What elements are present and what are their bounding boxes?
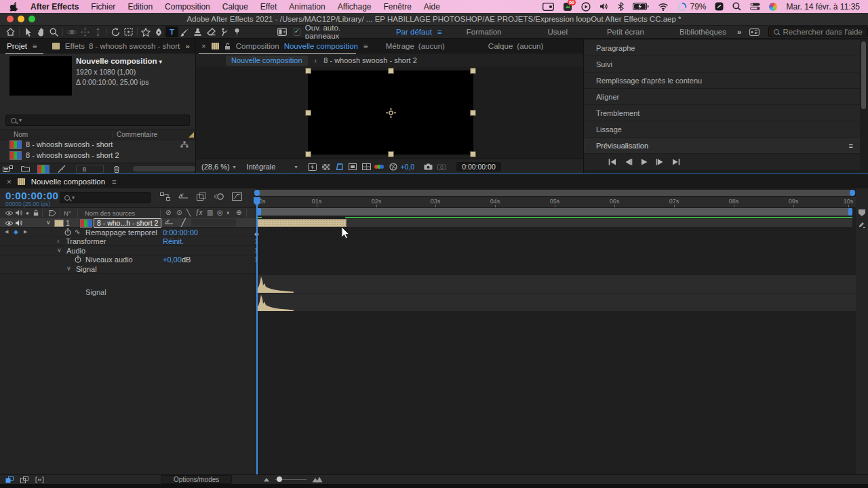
- zoom-tool[interactable]: [47, 26, 60, 37]
- workspace-menu-icon[interactable]: ≡: [437, 28, 442, 36]
- auto-open-panels-checkbox[interactable]: ✓: [294, 28, 300, 36]
- menu-effet[interactable]: Effet: [254, 2, 283, 12]
- roto-brush-tool[interactable]: [218, 26, 231, 37]
- help-search-input[interactable]: Rechercher dans l'aide: [768, 26, 868, 37]
- panel-aligner[interactable]: Aligner: [584, 89, 860, 104]
- app-badge-icon[interactable]: 60: [563, 2, 572, 12]
- breadcrumb-parent[interactable]: 8 - whoosh swoosh - short 2: [323, 56, 417, 64]
- selection-tool[interactable]: [22, 26, 35, 37]
- property-row-time-remap[interactable]: ◀ ◆ ▶ ∿ Remappage temporel 0:00:00:00: [0, 228, 256, 237]
- menu-animation[interactable]: Animation: [283, 2, 331, 12]
- property-name[interactable]: Audio: [66, 247, 85, 255]
- zoom-out-mountain-icon[interactable]: [263, 477, 270, 482]
- collapse-switch-icon[interactable]: ⊙: [176, 209, 182, 216]
- audio-on-icon[interactable]: [15, 220, 23, 226]
- transparency-grid-icon[interactable]: [319, 164, 332, 170]
- layer-row[interactable]: ∨ 1 8 - who...h - short 2 ╱: [0, 218, 256, 228]
- resolution-caret-icon[interactable]: ▾: [294, 164, 297, 170]
- layer-label-swatch[interactable]: [54, 220, 64, 227]
- composition-viewer[interactable]: [196, 67, 583, 159]
- property-name[interactable]: Remappage temporel: [85, 228, 157, 237]
- channels-icon[interactable]: [373, 165, 387, 169]
- workspace-grid-icon[interactable]: [748, 26, 761, 37]
- project-item-row[interactable]: 8 - whoosh swoosh - short: [0, 139, 195, 150]
- bluetooth-icon[interactable]: [618, 2, 624, 11]
- exposure-value[interactable]: +0,0: [400, 163, 414, 171]
- navigator-end-handle[interactable]: [850, 190, 855, 196]
- work-area-bar[interactable]: [257, 208, 852, 216]
- volume-icon[interactable]: [599, 3, 609, 10]
- fast-previews-icon[interactable]: [305, 163, 319, 171]
- workspace-petit-ecran[interactable]: Petit écran: [607, 28, 644, 36]
- time-ruler[interactable]: 0s 01s 02s 03s 04s 05s 06s 07s 08s 09s 1…: [257, 197, 856, 208]
- property-name[interactable]: Signal: [76, 265, 97, 273]
- right-panel-scrollbar[interactable]: [861, 41, 866, 109]
- layer-expand-icon[interactable]: ∨: [46, 219, 51, 226]
- property-row-signal[interactable]: ∨ Signal: [0, 264, 256, 274]
- prev-keyframe-icon[interactable]: ◀: [5, 229, 8, 235]
- column-number[interactable]: N°: [64, 209, 71, 217]
- property-name[interactable]: Niveaux audio: [85, 256, 133, 264]
- snapshot-camera-icon[interactable]: [421, 163, 435, 170]
- wifi-icon[interactable]: [658, 3, 669, 11]
- menu-composition[interactable]: Composition: [159, 2, 216, 12]
- apple-menu-icon[interactable]: [9, 2, 18, 12]
- menu-calque[interactable]: Calque: [216, 2, 254, 12]
- timeline-search-input[interactable]: ▾: [60, 192, 151, 203]
- shy-switch-icon[interactable]: ⊘: [165, 209, 171, 216]
- column-source-name[interactable]: Nom des sources: [85, 209, 135, 217]
- workspace-usuel[interactable]: Usuel: [548, 28, 568, 36]
- work-area-end-handle[interactable]: [848, 208, 852, 216]
- play-button[interactable]: [641, 159, 648, 165]
- adjustment-switch-icon[interactable]: ◐: [226, 209, 231, 216]
- safe-margins-icon[interactable]: [359, 163, 373, 170]
- bpc-button[interactable]: 8 bpc: [76, 165, 104, 174]
- sync-progress-icon[interactable]: 79%: [677, 2, 706, 12]
- breadcrumb-back-icon[interactable]: ‹: [315, 56, 317, 64]
- expand-layer-switches-icon[interactable]: [5, 476, 14, 483]
- panel-toggle-icon[interactable]: [276, 26, 289, 37]
- marker-drag-icon[interactable]: [858, 221, 866, 228]
- fx-switch-icon[interactable]: ƒx: [195, 209, 203, 216]
- project-comp-name[interactable]: Nouvelle composition: [76, 57, 157, 65]
- timeline-tab[interactable]: Nouvelle composition: [31, 178, 105, 186]
- stopwatch-icon[interactable]: [75, 256, 81, 263]
- panel-paragraphe[interactable]: Paragraphe: [584, 40, 860, 56]
- project-panel-menu-icon[interactable]: ≡: [33, 42, 37, 50]
- tab-projet[interactable]: Projet: [7, 42, 27, 50]
- anchor-point-icon[interactable]: [386, 108, 396, 118]
- composition-mini-flowchart-icon[interactable]: [160, 192, 170, 201]
- zoom-in-mountain-icon[interactable]: [312, 476, 323, 483]
- hand-tool[interactable]: [35, 26, 47, 37]
- hide-shy-layers-icon[interactable]: [178, 192, 189, 201]
- layer-duration-bar[interactable]: [257, 219, 347, 227]
- options-modes-button[interactable]: Options/modes: [161, 475, 232, 484]
- menu-fichier[interactable]: Fichier: [85, 2, 121, 12]
- zoom-level-dropdown[interactable]: (28,6 %): [201, 163, 230, 171]
- text-tool[interactable]: T: [165, 26, 178, 37]
- selection-handle[interactable]: [470, 151, 476, 157]
- column-nom[interactable]: Nom: [14, 131, 28, 138]
- camera-tool[interactable]: [122, 26, 135, 37]
- screen-record-icon[interactable]: [542, 3, 554, 11]
- next-keyframe-icon[interactable]: ▶: [24, 229, 27, 235]
- viewer-timecode[interactable]: 0:00:00:00: [456, 162, 501, 171]
- selection-handle[interactable]: [388, 68, 394, 74]
- remap-graph-icon[interactable]: ∿: [75, 228, 80, 235]
- graph-editor-icon[interactable]: [232, 192, 242, 201]
- preview-menu-icon[interactable]: ≡: [849, 142, 853, 150]
- comp-name-caret-icon[interactable]: ▾: [159, 58, 162, 65]
- brush-tool[interactable]: [178, 26, 191, 37]
- adjustment-icon[interactable]: [55, 165, 67, 173]
- workspace-overflow-icon[interactable]: »: [737, 28, 741, 36]
- property-row-audio-levels[interactable]: Niveaux audio +0,00 dB: [0, 256, 256, 264]
- collapse-arrow-icon[interactable]: ›: [57, 237, 59, 245]
- tab-effets[interactable]: Effets: [65, 42, 85, 50]
- workspace-formation[interactable]: Formation: [467, 28, 502, 36]
- playhead-line[interactable]: [256, 197, 258, 474]
- tab-effets-item[interactable]: 8 - whoosh swoosh - short: [89, 42, 180, 50]
- stopwatch-icon[interactable]: [64, 228, 71, 236]
- selection-handle[interactable]: [388, 151, 394, 157]
- navigator-start-handle[interactable]: [254, 190, 260, 196]
- exposure-icon[interactable]: [387, 163, 400, 171]
